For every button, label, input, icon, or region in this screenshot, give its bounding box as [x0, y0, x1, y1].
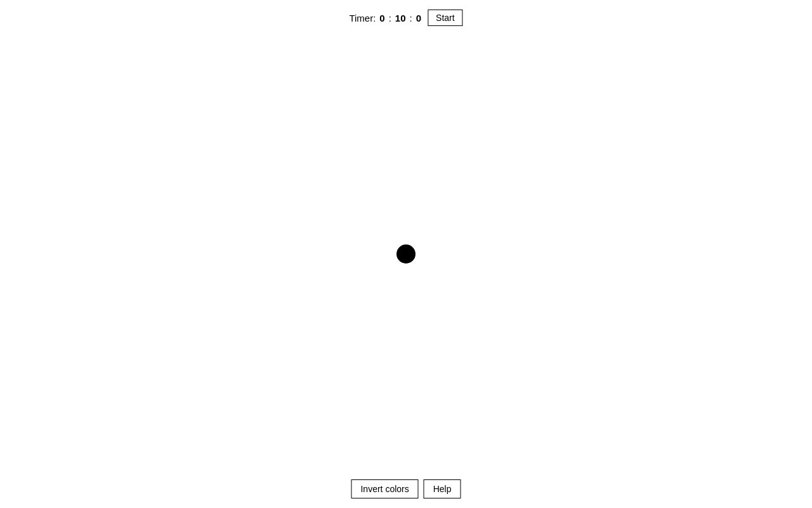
help-button[interactable]: Help [424, 479, 461, 498]
timer-label: Timer: [349, 13, 376, 23]
center-dot [396, 244, 416, 264]
start-button[interactable]: Start [428, 10, 463, 26]
timer-seconds: 0 [416, 13, 421, 23]
timer-separator-2: : [410, 13, 412, 23]
timer-minutes: 10 [395, 13, 406, 23]
bottom-buttons: Invert colors Help [351, 479, 461, 498]
timer-bar: Timer: 0 : 10 : 0 Start [349, 10, 462, 26]
timer-hours: 0 [379, 13, 384, 23]
timer-separator-1: : [389, 13, 391, 23]
invert-colors-button[interactable]: Invert colors [351, 479, 418, 498]
